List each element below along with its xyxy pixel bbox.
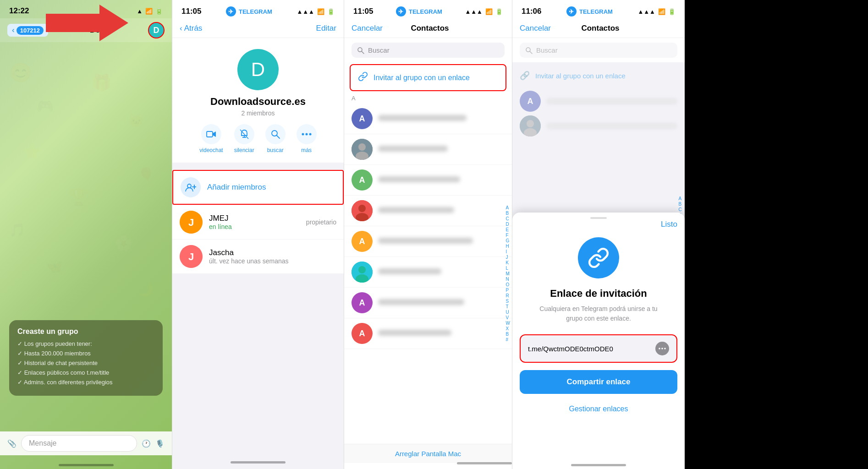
contact-name-3-2 [378, 146, 505, 153]
contact-row-3-4[interactable] [344, 196, 512, 226]
add-members-row[interactable]: Añadir miembros [172, 170, 344, 205]
search-icon-3 [357, 47, 364, 54]
search-bar-4[interactable]: Buscar [520, 43, 677, 58]
home-indicator-4 [571, 464, 626, 466]
member-info-1: JMEJ en línea [209, 214, 300, 230]
home-indicator-3 [457, 462, 512, 464]
member-avatar-1: J [180, 211, 203, 234]
videochat-label: videochat [199, 147, 223, 153]
time-2: 11:05 [181, 7, 201, 16]
battery-3: 🔋 [495, 8, 503, 15]
contact-row-3-3[interactable]: A [344, 165, 512, 196]
contacts-list-3: A A A [344, 104, 512, 444]
mas-button[interactable]: más [297, 124, 317, 153]
status-bar-3: 11:05 ✈ TELEGRAM ▲▲▲ 📶 🔋 [344, 0, 512, 19]
member-row-2[interactable]: J Jascha últ. vez hace unas semanas [172, 239, 344, 273]
member-name-2: Jascha [209, 248, 336, 257]
contact-avatar-3-7: A [352, 292, 373, 313]
status-icons-1: ▲ 📶 🔋 [137, 8, 163, 15]
action-icons: videochat silenciar buscar más [199, 124, 316, 153]
cancel-button-3[interactable]: Cancelar [352, 24, 383, 33]
invite-link-text: t.me/QwctmODE0ctmODE0 [528, 345, 613, 353]
screen-4: 11:06 ✈ TELEGRAM ▲▲▲ 📶 🔋 Cancelar Contac… [512, 0, 685, 469]
info-item-3: Enlaces públicos como t.me/title [17, 369, 154, 376]
contact-row-3-8[interactable]: A [344, 318, 512, 349]
invite-link-row-3[interactable]: Invitar al grupo con un enlace [350, 64, 506, 91]
search-bar-3[interactable]: Buscar [352, 43, 505, 58]
contacts-title-4: Contactos [581, 24, 619, 33]
contact-name-3-4 [378, 207, 505, 215]
time-4: 11:06 [522, 7, 541, 16]
member-row-1[interactable]: J JMEJ en línea propietario [172, 205, 344, 239]
contact-row-3-5[interactable]: A [344, 226, 512, 257]
silenciar-label: silenciar [234, 147, 254, 153]
svg-text:🦋: 🦋 [46, 258, 63, 275]
share-link-button[interactable]: Compartir enlace [520, 370, 677, 394]
cancel-button-4[interactable]: Cancelar [520, 24, 551, 33]
silenciar-button[interactable]: silenciar [234, 124, 254, 153]
buscar-icon [265, 124, 286, 144]
contact-row-3-6[interactable] [344, 257, 512, 288]
search-icon-4 [525, 47, 533, 54]
contact-name-3-8 [378, 330, 505, 338]
members-count: 2 miembros [241, 109, 275, 117]
mas-icon [297, 124, 317, 144]
chevron-left-icon: ‹ [12, 26, 15, 35]
contact-row-3-1[interactable]: A [344, 104, 512, 134]
back-button-1[interactable]: ‹ 107212 [7, 24, 48, 37]
contact-avatar-3-2 [352, 139, 373, 160]
chat-pattern: 😊 🎮 🎁 🐱 ⭐ 🎈 🏆 🎵 🌸 🦋 🌙 [0, 42, 172, 363]
edit-button[interactable]: Editar [316, 24, 336, 33]
avatar-button[interactable]: D [148, 22, 165, 38]
svg-line-28 [362, 51, 364, 54]
svg-point-43 [659, 348, 660, 349]
signal-2: ▲▲▲ [297, 8, 314, 15]
screen-2: 11:05 ✈ TELEGRAM ▲▲▲ 📶 🔋 ‹ Atrás Editar … [172, 0, 344, 469]
svg-text:🏆: 🏆 [69, 187, 89, 207]
alpha-index-3: A B C D E F G H I J K L M N O P R S T U … [506, 104, 510, 444]
buscar-button[interactable]: buscar [265, 124, 286, 153]
telegram-icon-3: ✈ [396, 6, 406, 16]
nav-bar-4: Cancelar Contactos [512, 19, 685, 38]
listo-button[interactable]: Listo [661, 220, 677, 229]
member-status-1: en línea [209, 223, 300, 230]
more-options-button[interactable] [655, 342, 669, 355]
mic-icon[interactable]: 🎙️ [155, 439, 165, 448]
telegram-label-3: TELEGRAM [409, 8, 442, 15]
atras-button[interactable]: ‹ Atrás [180, 24, 202, 33]
contact-row-3-2[interactable] [344, 134, 512, 165]
contact-avatar-3-6 [352, 262, 373, 283]
status-icons-4: ▲▲▲ 📶 🔋 [637, 8, 676, 15]
link-icon-3 [358, 71, 368, 84]
svg-point-19 [309, 133, 311, 136]
telegram-icon-4: ✈ [566, 6, 577, 16]
modal-title: Enlace de invitación [550, 288, 647, 300]
svg-text:J: J [188, 217, 194, 228]
svg-text:🌸: 🌸 [115, 234, 133, 252]
videochat-button[interactable]: videochat [199, 124, 223, 153]
message-input[interactable]: Mensaje [21, 435, 137, 452]
screen-3: 11:05 ✈ TELEGRAM ▲▲▲ 📶 🔋 Cancelar Contac… [344, 0, 512, 469]
manage-links-button[interactable]: Gestionar enlaces [566, 401, 632, 417]
wifi-icon: 📶 [145, 8, 153, 15]
invite-link-box[interactable]: t.me/QwctmODE0ctmODE0 [520, 334, 677, 363]
status-icons-2: ▲▲▲ 📶 🔋 [297, 8, 335, 15]
telegram-logo-3: ✈ TELEGRAM [396, 6, 442, 16]
group-avatar[interactable]: D [237, 49, 279, 90]
faded-invite-row: 🔗 Invitar al grupo con un enlace [512, 62, 685, 89]
contact-row-3-7[interactable]: A [344, 288, 512, 318]
contact-name-3-5 [378, 238, 505, 245]
buscar-label: buscar [267, 147, 284, 153]
svg-point-45 [664, 348, 666, 349]
arreglar-row[interactable]: Arreglar Pantalla Mac [344, 444, 512, 463]
svg-text:🌙: 🌙 [137, 282, 154, 297]
svg-text:🎮: 🎮 [37, 98, 54, 115]
member-info-2: Jascha últ. vez hace unas semanas [209, 248, 336, 265]
attachment-icon[interactable]: 📎 [7, 439, 16, 448]
battery-icon: 🔋 [155, 8, 163, 15]
group-name: Downloadsource.es [210, 96, 306, 108]
contact-avatar-3-4 [352, 200, 373, 221]
svg-text:🐱: 🐱 [128, 113, 144, 128]
svg-point-33 [358, 205, 366, 212]
time-3: 11:05 [353, 7, 373, 16]
